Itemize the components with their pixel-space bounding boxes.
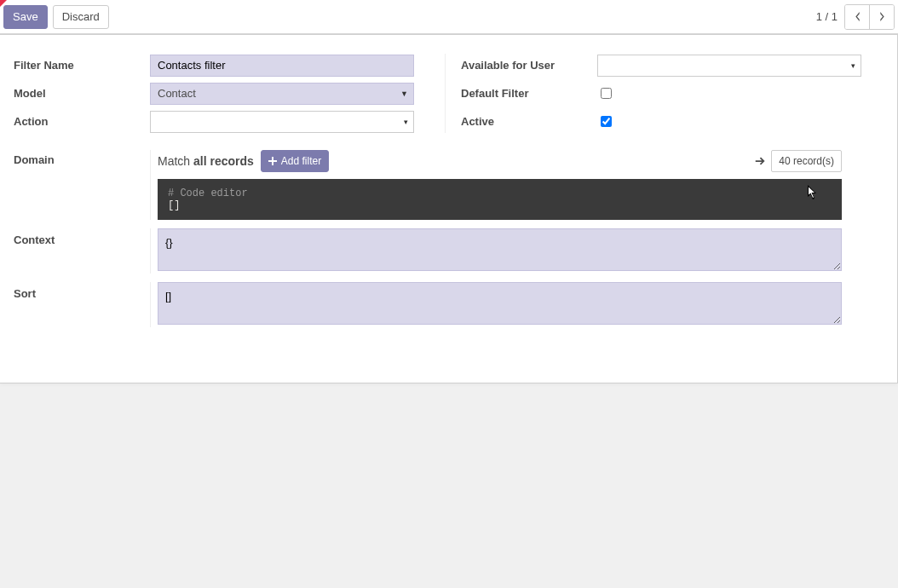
filter-name-input[interactable] bbox=[150, 55, 414, 77]
active-checkbox[interactable] bbox=[601, 116, 612, 127]
arrow-right-icon bbox=[754, 155, 766, 167]
add-filter-button[interactable]: Add filter bbox=[261, 150, 329, 172]
model-select-value: Contact bbox=[158, 87, 196, 100]
records-button[interactable]: 40 record(s) bbox=[771, 150, 842, 172]
plus-icon bbox=[268, 157, 277, 165]
caret-down-icon: ▼ bbox=[400, 89, 408, 98]
domain-match-text: Match all records bbox=[158, 154, 254, 168]
domain-code-editor[interactable]: # Code editor [] bbox=[158, 179, 842, 220]
chevron-right-icon bbox=[879, 12, 885, 21]
domain-label: Domain bbox=[14, 150, 150, 171]
available-user-label: Available for User bbox=[461, 54, 597, 77]
pager-next-button[interactable] bbox=[869, 5, 894, 29]
modified-indicator bbox=[0, 0, 8, 8]
upper-columns: Filter Name Model Contact ▼ Action ▾ Ava… bbox=[14, 54, 877, 133]
active-label: Active bbox=[461, 110, 597, 133]
top-toolbar: Save Discard 1 / 1 bbox=[0, 0, 898, 34]
sort-content bbox=[150, 282, 842, 327]
model-label: Model bbox=[14, 82, 150, 105]
lower-section: Domain Match all records Add filter bbox=[14, 150, 877, 327]
default-filter-checkbox[interactable] bbox=[601, 88, 612, 99]
pager: 1 / 1 bbox=[816, 4, 895, 30]
available-user-select[interactable]: ▾ bbox=[597, 55, 861, 77]
action-select[interactable]: ▾ bbox=[150, 111, 414, 133]
form-sheet-wrapper: Filter Name Model Contact ▼ Action ▾ Ava… bbox=[0, 34, 898, 383]
form-sheet: Filter Name Model Contact ▼ Action ▾ Ava… bbox=[0, 34, 898, 383]
action-label: Action bbox=[14, 110, 150, 133]
default-filter-label: Default Filter bbox=[461, 82, 597, 105]
domain-match-prefix: Match bbox=[158, 154, 193, 168]
pager-buttons bbox=[844, 4, 895, 30]
pager-prev-button[interactable] bbox=[845, 5, 869, 29]
left-column: Filter Name Model Contact ▼ Action ▾ bbox=[14, 54, 414, 133]
domain-match-bold: all records bbox=[193, 154, 254, 168]
caret-down-icon: ▾ bbox=[404, 118, 408, 126]
caret-down-icon: ▾ bbox=[851, 61, 855, 70]
filter-name-label: Filter Name bbox=[14, 54, 150, 77]
model-select[interactable]: Contact ▼ bbox=[150, 83, 414, 105]
chevron-left-icon bbox=[855, 12, 861, 21]
sort-textarea[interactable] bbox=[158, 282, 842, 325]
add-filter-label: Add filter bbox=[281, 155, 321, 167]
domain-code-comment: # Code editor bbox=[168, 187, 248, 199]
domain-content: Match all records Add filter 40 record(s… bbox=[150, 150, 842, 220]
domain-header: Match all records Add filter 40 record(s… bbox=[158, 150, 842, 172]
sort-label: Sort bbox=[14, 282, 150, 305]
context-label: Context bbox=[14, 228, 150, 251]
discard-button[interactable]: Discard bbox=[53, 5, 109, 29]
domain-code-value: [] bbox=[168, 199, 180, 211]
context-textarea[interactable] bbox=[158, 228, 842, 271]
records-wrap: 40 record(s) bbox=[754, 150, 842, 172]
save-button[interactable]: Save bbox=[3, 5, 48, 29]
pager-text: 1 / 1 bbox=[816, 10, 838, 23]
context-content bbox=[150, 228, 842, 274]
right-column: Available for User ▾ Default Filter Acti… bbox=[445, 54, 861, 133]
